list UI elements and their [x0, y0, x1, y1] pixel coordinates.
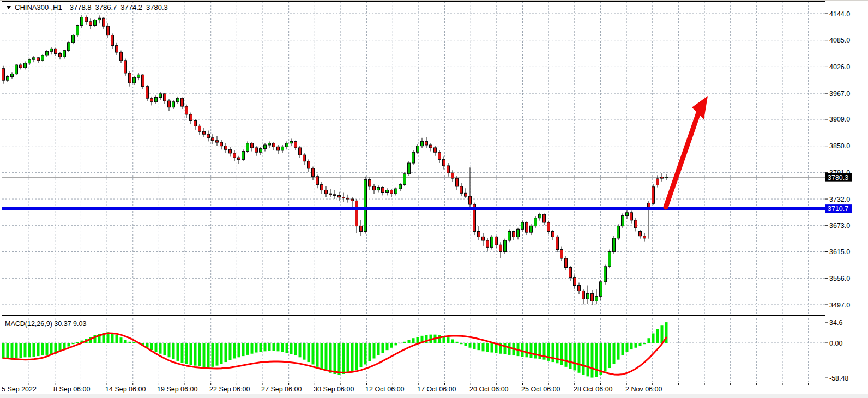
macd-histogram-bar	[504, 343, 507, 354]
candle-body	[478, 231, 480, 237]
macd-histogram-bar	[390, 343, 393, 348]
candle-body	[338, 195, 341, 197]
macd-histogram-bar	[643, 343, 646, 344]
candle-body	[543, 214, 546, 222]
macd-histogram-bar	[460, 343, 463, 344]
price-tick-label: 4085.0	[829, 37, 850, 44]
candle-body	[290, 141, 293, 143]
macd-tick-label: 0.00	[829, 340, 842, 347]
macd-histogram-bar	[233, 343, 236, 358]
price-tick-label: 3732.0	[829, 196, 850, 203]
macd-histogram-bar	[246, 343, 249, 355]
macd-histogram-bar	[290, 343, 293, 354]
trend-arrow[interactable]	[666, 96, 708, 207]
macd-histogram-bar	[172, 343, 175, 359]
time-axis[interactable]: 5 Sep 20228 Sep 06:0014 Sep 06:0019 Sep …	[0, 383, 868, 395]
macd-histogram-bar	[565, 343, 568, 367]
macd-histogram-bar	[185, 343, 188, 364]
candle-body	[89, 22, 92, 26]
macd-histogram-bar	[382, 343, 384, 353]
macd-histogram-bar	[613, 343, 616, 364]
candle-body	[373, 186, 376, 190]
ohlc-low: 3774.2	[120, 3, 142, 11]
candle-body	[465, 193, 467, 196]
candle-body	[377, 188, 380, 190]
candle-body	[177, 98, 179, 102]
macd-histogram-bar	[11, 343, 14, 360]
candle-body	[613, 238, 616, 252]
macd-histogram-bar	[591, 343, 594, 378]
macd-histogram-bar	[220, 343, 223, 364]
price-axis[interactable]: 4144.04085.04026.03967.03909.03850.03791…	[825, 0, 868, 398]
macd-histogram-bar	[334, 343, 336, 374]
candle-body	[142, 75, 144, 86]
price-tick-label: 3497.0	[829, 301, 850, 309]
macd-histogram-bar	[399, 343, 402, 343]
time-tick-label: 25 Oct 06:00	[521, 385, 560, 393]
candle-body	[382, 188, 384, 193]
candle-body	[569, 267, 572, 277]
macd-histogram-bar	[622, 343, 624, 355]
candle-body	[277, 147, 280, 150]
candle-body	[50, 49, 53, 51]
candle-body	[408, 163, 411, 174]
candle-body	[194, 120, 197, 126]
time-tick-label: 12 Oct 06:00	[365, 385, 405, 393]
candle-body	[190, 114, 192, 121]
macd-histogram-bar	[159, 343, 162, 354]
time-tick-label: 14 Sep 06:00	[105, 385, 146, 393]
symbol-dropdown-icon[interactable]	[7, 6, 11, 9]
macd-histogram-bar	[355, 343, 358, 370]
candle-body	[281, 147, 284, 150]
candle-body	[59, 53, 62, 57]
macd-histogram-bar	[260, 343, 262, 352]
time-tick-label: 20 Oct 06:00	[469, 385, 509, 393]
macd-histogram-bar	[33, 343, 35, 357]
macd-value-signal: 9.03	[73, 320, 86, 328]
candle-body	[55, 49, 57, 53]
main-chart-panel[interactable]: CHINA300-,H13778.83786.73774.23780.3	[2, 1, 825, 316]
candle-body	[15, 65, 18, 74]
macd-indicator-panel[interactable]: MACD(12,26,9) 30.37 9.03	[2, 318, 825, 383]
macd-histogram-bar	[556, 343, 559, 363]
macd-histogram-bar	[578, 343, 581, 373]
candle-body	[582, 291, 585, 299]
candle-body	[63, 51, 66, 57]
candle-body	[116, 46, 118, 52]
macd-histogram-bar	[569, 343, 572, 369]
candle-body	[456, 178, 459, 186]
candle-body	[652, 187, 655, 204]
candle-body	[242, 152, 245, 160]
candle-body	[643, 236, 646, 238]
time-tick-label: 28 Oct 06:00	[574, 385, 613, 393]
macd-histogram-bar	[552, 343, 554, 362]
macd-histogram-bar	[15, 343, 18, 358]
candle-body	[665, 177, 668, 178]
time-tick-label: 17 Oct 06:00	[417, 385, 456, 393]
macd-histogram-bar	[626, 343, 629, 352]
candle-body	[308, 161, 310, 168]
candle-body	[172, 102, 175, 107]
candle-body	[155, 98, 158, 102]
candle-body	[517, 229, 520, 237]
macd-histogram-bar	[408, 340, 411, 343]
macd-histogram-bar	[656, 329, 659, 343]
candle-body	[417, 146, 419, 153]
candle-body	[111, 35, 114, 46]
candle-body	[181, 98, 184, 106]
current-price-label-text: 3780.3	[828, 174, 848, 182]
price-tick-label: 4026.0	[829, 63, 850, 71]
candle-body	[460, 186, 463, 193]
candle-body	[639, 231, 642, 236]
candle-body	[159, 94, 162, 98]
macd-histogram-bar	[465, 343, 467, 346]
candle-body	[430, 145, 432, 148]
macd-histogram-bar	[229, 343, 232, 360]
ohlc-close: 3780.3	[146, 3, 168, 11]
price-tick-label: 4144.0	[829, 10, 850, 18]
macd-histogram-bar	[177, 343, 179, 361]
candle-body	[150, 98, 153, 102]
macd-histogram-bar	[608, 343, 611, 368]
candle-body	[229, 149, 232, 153]
macd-histogram-bar	[630, 343, 633, 349]
